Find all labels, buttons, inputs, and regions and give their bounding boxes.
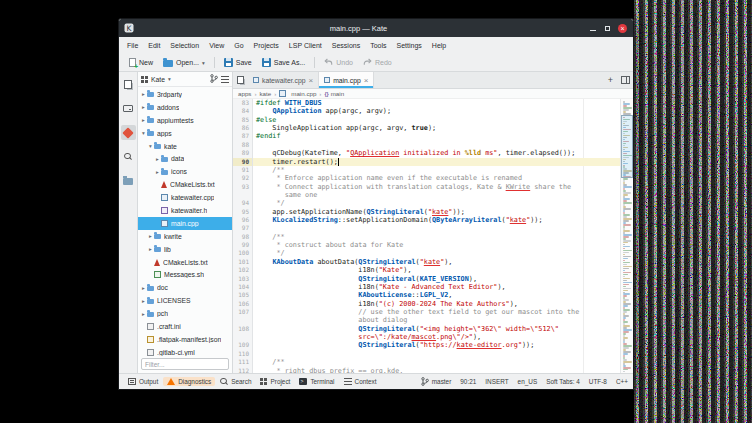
code-line-wrap[interactable]: same one [233,191,620,199]
code-line[interactable]: 111 /** [233,358,620,366]
tree-item-cmakelists-txt[interactable]: CMakeLists.txt [138,256,232,269]
statusbar-project-button[interactable]: Project [256,377,294,386]
close-button[interactable] [617,23,628,34]
tree-item-katewaiter-h[interactable]: katewaiter.h [138,204,232,217]
statusbar-context-button[interactable]: Context [340,377,381,386]
code-line[interactable]: 92 * Enforce application name even if th… [233,174,620,182]
code-line[interactable]: 105 KAboutLicense::LGPL_V2, [233,291,620,299]
statusbar-90-21[interactable]: 90:21 [460,378,476,385]
code-view[interactable]: 83#ifdef WITH_DBUS84 QApplication app(ar… [233,99,620,373]
tree-item-3rdparty[interactable]: ▸3rdparty [138,88,232,101]
project-menu-icon[interactable] [221,76,229,83]
code-line[interactable]: 108 QStringLiteral("<img height=\"362\" … [233,325,620,333]
code-line[interactable]: 102 i18n("Kate"), [233,266,620,274]
menu-edit[interactable]: Edit [143,40,165,51]
code-line[interactable]: 96 KLocalizedString::setApplicationDomai… [233,216,620,224]
tab-close-icon[interactable] [364,76,369,85]
tree-item-messages-sh[interactable]: Messages.sh [138,268,232,281]
menu-tools[interactable]: Tools [365,40,391,51]
chevron-down-icon[interactable] [168,76,171,82]
tree-item-lib[interactable]: ▸lib [138,243,232,256]
code-line[interactable]: 112 * right dbus prefix == org.kde. [233,367,620,374]
split-view-button[interactable] [618,72,633,88]
expand-arrow-icon[interactable]: ▸ [147,233,154,239]
tree-item-gitlab-ci-yml[interactable]: .gitlab-ci.yml [138,346,232,356]
expand-arrow-icon[interactable]: ▸ [154,169,161,175]
open-button[interactable]: Open... [159,57,209,68]
new-button[interactable]: New [125,57,157,68]
menu-sessions[interactable]: Sessions [327,40,365,51]
code-line[interactable]: 89 qCDebug(KateTime, "QApplication initi… [233,149,620,157]
tab-close-icon[interactable] [308,76,313,85]
tree-item-cmakelists-txt[interactable]: CMakeLists.txt [138,178,232,191]
tree-filter-input[interactable] [141,358,229,370]
maximize-button[interactable] [602,23,613,34]
expand-arrow-icon[interactable]: ▸ [140,104,147,110]
minimize-button[interactable] [587,23,598,34]
tree-item-addons[interactable]: ▸addons [138,101,232,114]
code-line[interactable]: 90 timer.restart(); [233,158,620,166]
tree-item-pch[interactable]: ▸pch [138,307,232,320]
code-line-wrap[interactable]: about dialog [233,316,620,324]
sidebar-tool-search-and-replace[interactable] [121,149,136,164]
code-line[interactable]: 98 /** [233,233,620,241]
statusbar-insert[interactable]: INSERT [485,378,508,385]
menu-selection[interactable]: Selection [165,40,204,51]
tree-item-main-cpp[interactable]: main.cpp [138,217,232,230]
code-line-wrap[interactable]: src=\":/kate/mascot.png\"/>"), [233,333,620,341]
code-line[interactable]: 106 i18n("(c) 2000-2024 The Kate Authors… [233,300,620,308]
code-line[interactable]: 85#else [233,116,620,124]
code-line[interactable]: 88 [233,141,620,149]
sidebar-tool-documents[interactable] [121,77,136,92]
menu-file[interactable]: File [122,40,143,51]
code-line[interactable]: 103 QStringLiteral(KATE_VERSION), [233,275,620,283]
menu-lsp-client[interactable]: LSP Client [284,40,327,51]
statusbar-c[interactable]: C++ [616,378,628,385]
statusbar-terminal-button[interactable]: Terminal [295,377,338,386]
undo-button[interactable]: Undo [320,57,357,69]
code-line[interactable]: 95 app.setApplicationName(QStringLiteral… [233,208,620,216]
code-line[interactable]: 84 QApplication app(argc, argv); [233,107,620,115]
menu-settings[interactable]: Settings [392,40,427,51]
sidebar-tool-filesystem[interactable] [121,101,136,116]
breadcrumb[interactable]: appskatemain.cppmain [233,89,633,99]
documents-stack-button[interactable] [233,72,248,88]
menu-view[interactable]: View [204,40,229,51]
statusbar-search-button[interactable]: Search [216,377,255,387]
tree-item-doc[interactable]: ▸doc [138,281,232,294]
code-line[interactable]: 101 KAboutData aboutData(QStringLiteral(… [233,258,620,266]
breadcrumb-item-main-cpp[interactable]: main.cpp [279,90,316,97]
tree-item-data[interactable]: ▸data [138,152,232,165]
collapse-arrow-icon[interactable]: ▾ [140,130,147,136]
code-line[interactable]: 91 /** [233,166,620,174]
expand-arrow-icon[interactable]: ▸ [154,156,161,162]
menu-go[interactable]: Go [229,40,248,51]
tab-katewaiter-cpp[interactable]: katewaiter.cpp [248,72,319,88]
code-line[interactable]: 99 * construct about data for Kate [233,241,620,249]
tree-item-appiumtests[interactable]: ▸appiumtests [138,114,232,127]
redo-button[interactable]: Redo [359,57,396,69]
tree-item-katewaiter-cpp[interactable]: katewaiter.cpp [138,191,232,204]
statusbar-en-us[interactable]: en_US [518,378,538,385]
code-line[interactable]: 86 SingleApplication app(argc, argv, tru… [233,124,620,132]
expand-arrow-icon[interactable]: ▸ [140,298,147,304]
project-name[interactable]: Kate [151,76,165,83]
git-checkout-button[interactable] [210,74,218,84]
tree-item-kate[interactable]: ▾kate [138,140,232,153]
code-line[interactable]: 104 i18n("Kate - Advanced Text Editor"), [233,283,620,291]
statusbar-diagnostics-button[interactable]: Diagnostics [163,377,215,386]
breadcrumb-item-apps[interactable]: apps [238,90,251,97]
tree-item-craft-ini[interactable]: .craft.ini [138,320,232,333]
expand-arrow-icon[interactable]: ▸ [140,311,147,317]
tab-main-cpp[interactable]: main.cpp [319,72,374,88]
expand-arrow-icon[interactable]: ▸ [140,285,147,291]
save-as-button[interactable]: Save As... [258,57,310,68]
code-line[interactable]: 93 * Connect application with translatio… [233,183,620,191]
minimap-view-rect[interactable] [621,115,633,178]
minimap[interactable] [620,99,633,373]
breadcrumb-item-kate[interactable]: kate [259,90,271,97]
collapse-arrow-icon[interactable]: ▾ [147,143,154,149]
tree-item-icons[interactable]: ▸icons [138,165,232,178]
code-line[interactable]: 107 // use the other text field to get o… [233,308,620,316]
code-line[interactable]: 94 */ [233,199,620,207]
